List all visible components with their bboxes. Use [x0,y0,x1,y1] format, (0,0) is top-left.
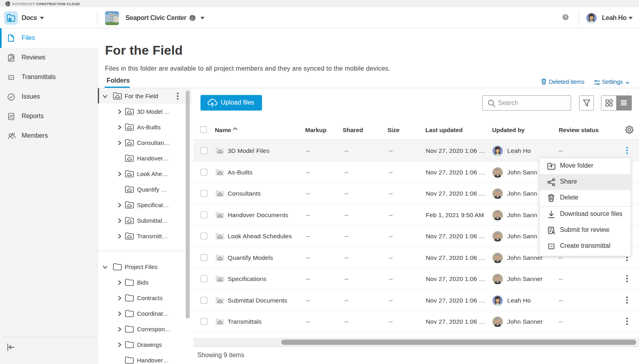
svg-text:?: ? [564,15,567,20]
